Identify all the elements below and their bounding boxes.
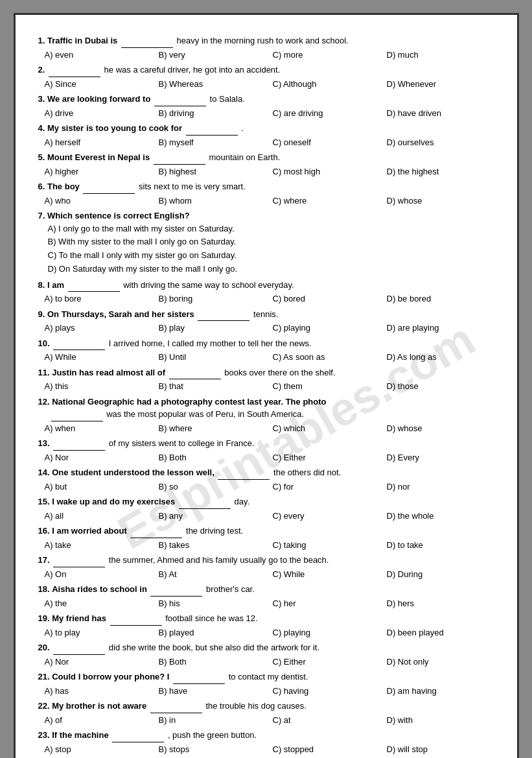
question-rest: was the most popular was of Peru, in Sou… xyxy=(106,409,304,419)
question-text: My brother is not aware xyxy=(52,701,146,711)
question-rest: to contact my dentist. xyxy=(229,672,308,681)
question-text: Aisha rides to school in xyxy=(52,584,147,594)
option: C) them xyxy=(273,380,380,393)
question-text: Which sentence is correct English? xyxy=(47,211,190,220)
question-rest: the others did not. xyxy=(273,468,341,477)
options-row: A) herselfB) myselfC) oneselfD) ourselve… xyxy=(45,136,494,149)
question-num: 20. xyxy=(38,643,50,652)
question-rest: tennis. xyxy=(253,309,278,319)
option: A) Nor xyxy=(45,656,152,669)
sentence-options: A) I only go to the mall with my sister … xyxy=(48,222,494,276)
question-num: 22. xyxy=(38,701,50,711)
option: C) her xyxy=(273,597,380,610)
question-block-17: 17. the summer, Ahmed and his family usu… xyxy=(38,554,494,580)
option: A) of xyxy=(45,714,152,727)
sentence-option: D) On Saturday with my sister to the mal… xyxy=(48,263,494,276)
content-area: 1. Traffic in Dubai is heavy in the morn… xyxy=(38,34,494,758)
option: B) boring xyxy=(159,292,266,305)
option: D) been played xyxy=(387,626,494,639)
question-num: 14. xyxy=(38,468,50,477)
option: A) drive xyxy=(45,107,152,120)
options-row: A) SinceB) WhereasC) AlthoughD) Whenever xyxy=(45,78,494,91)
option: D) As long as xyxy=(387,351,494,364)
question-num: 1. xyxy=(38,36,45,45)
options-row: A) whenB) whereC) whichD) whose xyxy=(45,422,494,435)
question-num: 11. xyxy=(38,368,50,377)
option: B) played xyxy=(159,626,266,639)
option: D) with xyxy=(387,714,494,727)
answer-blank xyxy=(154,93,206,106)
question-text: I am xyxy=(47,280,64,290)
options-row: A) to playB) playedC) playingD) been pla… xyxy=(45,626,494,639)
answer-blank xyxy=(150,700,202,713)
answer-blank xyxy=(53,437,105,451)
options-row: A) takeB) takesC) takingD) to take xyxy=(45,539,494,552)
question-num: 23. xyxy=(38,730,50,740)
option: A) when xyxy=(45,422,152,435)
question-text: The boy xyxy=(47,182,80,191)
option: C) which xyxy=(273,422,380,435)
question-block-14: 14. One student understood the lesson we… xyxy=(38,466,494,493)
sentence-option: A) I only go to the mall with my sister … xyxy=(48,222,494,236)
options-row: A) thisB) thatC) themD) those xyxy=(45,380,494,393)
option: C) every xyxy=(273,510,380,523)
question-text: Could I borrow your phone? I xyxy=(52,672,169,681)
options-row: A) butB) soC) forD) nor xyxy=(45,480,494,493)
question-text: Mount Everest in Nepal is xyxy=(47,152,150,162)
question-text: If the machine xyxy=(52,730,108,740)
option: D) whose xyxy=(387,422,494,435)
question-rest: did she write the book, but she also did… xyxy=(109,643,319,652)
question-block-11: 11. Justin has read almost all of books … xyxy=(38,366,494,393)
question-block-6: 6. The boy sits next to me is very smart… xyxy=(38,180,494,207)
option: B) Whereas xyxy=(159,78,266,91)
question-num: 13. xyxy=(38,438,50,448)
option: D) nor xyxy=(387,480,494,493)
question-num: 2. xyxy=(38,65,45,75)
option: B) in xyxy=(159,714,266,727)
answer-blank xyxy=(173,670,225,684)
question-num: 3. xyxy=(38,94,45,104)
question-num: 21. xyxy=(38,672,50,681)
question-num: 6. xyxy=(38,182,45,191)
option: D) whose xyxy=(387,195,494,207)
option: C) Either xyxy=(273,656,380,669)
question-block-19: 19. My friend has football since he was … xyxy=(38,612,494,639)
option: B) takes xyxy=(159,539,266,552)
options-row: A) driveB) drivingC) are drivingD) have … xyxy=(45,107,494,120)
option: B) stops xyxy=(159,743,266,756)
option: A) plays xyxy=(45,322,152,335)
option: C) While xyxy=(273,568,380,581)
question-block-20: 20. did she write the book, but she also… xyxy=(38,641,494,668)
option: A) While xyxy=(45,351,152,364)
question-text: National Geographic had a photography co… xyxy=(52,397,326,407)
option: A) but xyxy=(45,480,152,493)
option: D) the highest xyxy=(387,165,494,178)
options-row: A) allB) anyC) everyD) the whole xyxy=(45,510,494,523)
answer-blank xyxy=(169,366,221,380)
option: C) playing xyxy=(273,322,380,335)
option: C) are driving xyxy=(273,107,380,120)
question-text: My sister is too young to cook for xyxy=(47,123,182,133)
option: B) driving xyxy=(159,107,266,120)
question-block-4: 4. My sister is too young to cook for .A… xyxy=(38,122,494,148)
options-row: A) evenB) veryC) moreD) much xyxy=(45,49,494,62)
option: B) whom xyxy=(159,195,266,207)
option: B) myself xyxy=(159,136,266,149)
question-num: 17. xyxy=(38,555,50,565)
option: A) to play xyxy=(45,626,152,639)
option: B) any xyxy=(159,510,266,523)
option: A) stop xyxy=(45,743,152,756)
option: A) this xyxy=(45,380,152,393)
question-block-23: 23. If the machine , push the green butt… xyxy=(38,729,494,755)
option: A) Nor xyxy=(45,451,152,464)
question-num: 18. xyxy=(38,584,50,594)
question-rest: football since he was 12. xyxy=(165,613,257,623)
option: D) will stop xyxy=(387,743,494,756)
question-rest: of my sisters went to college in France. xyxy=(109,438,255,448)
option: B) his xyxy=(159,597,266,610)
options-row: A) playsB) playC) playingD) are playing xyxy=(45,322,494,335)
question-num: 19. xyxy=(38,613,50,623)
answer-blank xyxy=(53,554,105,567)
option: A) On xyxy=(45,568,152,581)
question-block-5: 5. Mount Everest in Nepal is mountain on… xyxy=(38,151,494,178)
